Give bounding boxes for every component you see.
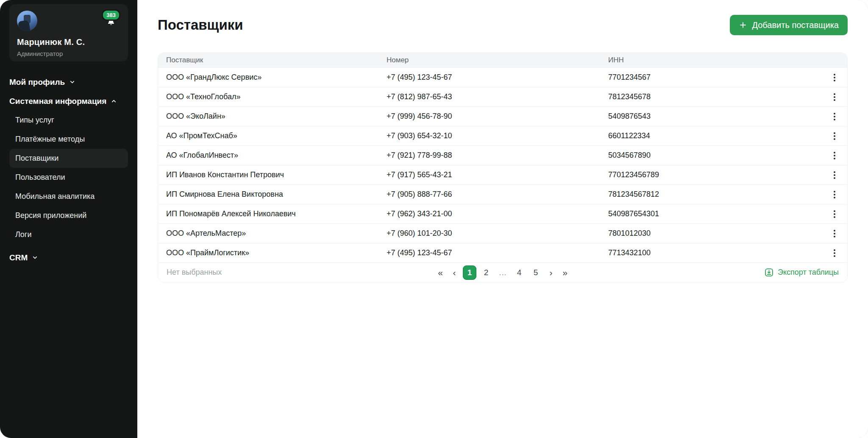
pagination-page-1[interactable]: 1: [463, 265, 476, 280]
pagination-page-5[interactable]: 5: [529, 265, 542, 280]
supplier-name-cell: ИП Пономарёв Алексей Николаевич: [158, 209, 387, 218]
row-kebab-menu-button[interactable]: [831, 169, 838, 181]
supplier-name-cell: ООО «ПраймЛогистик»: [158, 248, 387, 257]
export-download-icon: [764, 268, 774, 277]
table-row[interactable]: ИП Иванов Константин Петрович +7 (917) 5…: [158, 165, 847, 184]
sidebar-item-label: Поставщики: [15, 154, 58, 163]
sidebar-item-link[interactable]: Мобильная аналитика: [9, 187, 128, 206]
supplier-name-cell: ООО «АртельМастер»: [158, 229, 387, 238]
supplier-phone-cell: +7 (903) 654-32-10: [387, 131, 608, 140]
supplier-phone-cell: +7 (812) 987-65-43: [387, 92, 608, 101]
sidebar-item-label: Логи: [15, 230, 31, 239]
sidebar-item-link[interactable]: Пользователи: [9, 168, 128, 187]
sidebar-section-my-profile[interactable]: Мой профиль: [9, 73, 128, 92]
supplier-name-cell: ООО «ЭкоЛайн»: [158, 112, 387, 121]
column-header-phone: Номер: [387, 56, 608, 64]
pagination-first-button[interactable]: «: [435, 265, 446, 280]
sidebar-item-link[interactable]: Версия приложений: [9, 206, 128, 225]
supplier-inn-cell: 7713432100: [608, 248, 822, 257]
table-row[interactable]: ООО «ЭкоЛайн» +7 (999) 456-78-90 5409876…: [158, 106, 847, 126]
supplier-name-cell: ИП Смирнова Елена Викторовна: [158, 190, 387, 199]
supplier-phone-cell: +7 (921) 778-99-88: [387, 151, 608, 160]
table-body: ООО «ГрандЛюкс Сервис» +7 (495) 123-45-6…: [158, 67, 847, 262]
supplier-phone-cell: +7 (962) 343-21-00: [387, 209, 608, 218]
table-row[interactable]: АО «ПромТехСнаб» +7 (903) 654-32-10 6601…: [158, 126, 847, 145]
row-kebab-menu-button[interactable]: [831, 247, 838, 259]
profile-card[interactable]: 383 Марцинюк М. С. Администратор: [9, 4, 128, 61]
supplier-phone-cell: +7 (917) 565-43-21: [387, 170, 608, 179]
user-name: Марцинюк М. С.: [17, 37, 120, 47]
table-row[interactable]: ИП Пономарёв Алексей Николаевич +7 (962)…: [158, 204, 847, 223]
table-row[interactable]: ООО «ТехноГлобал» +7 (812) 987-65-43 781…: [158, 87, 847, 106]
supplier-phone-cell: +7 (905) 888-77-66: [387, 190, 608, 199]
sidebar-item-label: Пользователи: [15, 173, 65, 182]
pagination-last-button[interactable]: »: [559, 265, 570, 280]
supplier-inn-cell: 7801012030: [608, 229, 822, 238]
chevron-down-icon: [69, 79, 75, 85]
table-row[interactable]: ООО «ПраймЛогистик» +7 (495) 123-45-67 7…: [158, 243, 847, 262]
suppliers-table: Поставщик Номер ИНН ООО «ГрандЛюкс Серви…: [158, 53, 848, 282]
sidebar-item-link[interactable]: Логи: [9, 225, 128, 244]
sidebar-item-label: Мобильная аналитика: [15, 192, 95, 201]
sidebar-section-system-info[interactable]: Системная информация: [9, 92, 128, 111]
pagination-page-4[interactable]: 4: [512, 265, 526, 280]
supplier-inn-cell: 5409876543: [608, 112, 822, 121]
column-header-inn: ИНН: [608, 56, 822, 64]
supplier-phone-cell: +7 (999) 456-78-90: [387, 112, 608, 121]
sidebar-item-link[interactable]: Типы услуг: [9, 111, 128, 130]
supplier-name-cell: ИП Иванов Константин Петрович: [158, 170, 387, 179]
supplier-inn-cell: 6601122334: [608, 131, 822, 140]
sidebar-section-label: CRM: [9, 253, 28, 262]
add-supplier-button-label: Добавить поставщика: [752, 20, 839, 30]
supplier-inn-cell: 540987654301: [608, 209, 822, 218]
row-kebab-menu-button[interactable]: [831, 188, 838, 201]
sidebar-item-active[interactable]: Поставщики: [9, 149, 128, 168]
page-title: Поставщики: [158, 17, 243, 33]
sidebar-section-label: Системная информация: [9, 97, 106, 106]
table-footer: Нет выбранных « ‹ 12…45 › » Экспорт табл…: [158, 262, 847, 282]
supplier-inn-cell: 781234567812: [608, 190, 822, 199]
row-kebab-menu-button[interactable]: [831, 227, 838, 240]
sidebar-section-crm[interactable]: CRM: [9, 248, 128, 267]
table-row[interactable]: ООО «ГрандЛюкс Сервис» +7 (495) 123-45-6…: [158, 67, 847, 87]
pagination-page-2[interactable]: 2: [479, 265, 493, 280]
row-kebab-menu-button[interactable]: [831, 110, 838, 123]
supplier-phone-cell: +7 (495) 123-45-67: [387, 248, 608, 257]
supplier-phone-cell: +7 (960) 101-20-30: [387, 229, 608, 238]
export-table-button[interactable]: Экспорт таблицы: [764, 268, 839, 277]
sidebar-item-label: Платёжные методы: [15, 135, 85, 144]
supplier-inn-cell: 7812345678: [608, 92, 822, 101]
row-kebab-menu-button[interactable]: [831, 149, 838, 162]
sidebar-item-link[interactable]: Платёжные методы: [9, 130, 128, 149]
sidebar-item-label: Версия приложений: [15, 211, 86, 220]
row-kebab-menu-button[interactable]: [831, 130, 838, 142]
plus-icon: [739, 21, 747, 29]
selection-status-text: Нет выбранных: [167, 268, 222, 277]
sidebar-item-label: Типы услуг: [15, 116, 54, 125]
chevron-down-icon: [32, 254, 38, 261]
page-numbers: 12…45: [463, 265, 542, 280]
supplier-name-cell: АО «ПромТехСнаб»: [158, 131, 387, 140]
row-kebab-menu-button[interactable]: [831, 71, 838, 84]
supplier-name-cell: АО «ГлобалИнвест»: [158, 151, 387, 160]
supplier-inn-cell: 7701234567: [608, 73, 822, 82]
app-window: 383 Марцинюк М. С. Администратор Мой про…: [0, 0, 868, 438]
table-row[interactable]: АО «ГлобалИнвест» +7 (921) 778-99-88 503…: [158, 145, 847, 165]
table-row[interactable]: ИП Смирнова Елена Викторовна +7 (905) 88…: [158, 184, 847, 204]
supplier-inn-cell: 770123456789: [608, 170, 822, 179]
main-content: Поставщики Добавить поставщика Поставщик…: [137, 0, 868, 438]
supplier-inn-cell: 5034567890: [608, 151, 822, 160]
add-supplier-button[interactable]: Добавить поставщика: [730, 15, 848, 35]
table-header-row: Поставщик Номер ИНН: [158, 53, 847, 67]
notifications[interactable]: 383: [102, 9, 120, 27]
sidebar-system-subitems: Типы услуг Платёжные методы Поставщики П…: [9, 111, 128, 244]
pagination-next-button[interactable]: ›: [545, 265, 556, 280]
supplier-name-cell: ООО «ГрандЛюкс Сервис»: [158, 73, 387, 82]
row-kebab-menu-button[interactable]: [831, 91, 838, 103]
column-header-supplier: Поставщик: [158, 56, 387, 64]
row-kebab-menu-button[interactable]: [831, 208, 838, 220]
pagination-prev-button[interactable]: ‹: [449, 265, 460, 280]
table-row[interactable]: ООО «АртельМастер» +7 (960) 101-20-30 78…: [158, 223, 847, 243]
export-table-label: Экспорт таблицы: [778, 268, 839, 277]
chevron-up-icon: [111, 98, 117, 104]
